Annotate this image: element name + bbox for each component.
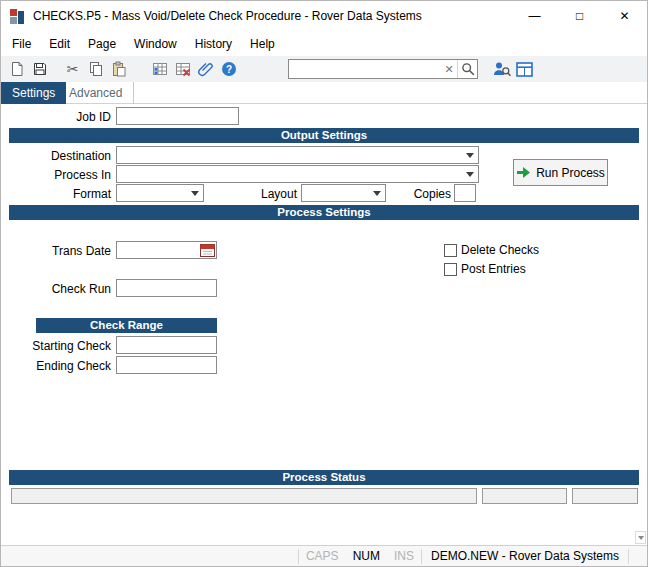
layout-label: Layout: [231, 185, 297, 203]
help-icon: ?: [221, 61, 237, 77]
minimize-button[interactable]: —: [512, 1, 557, 31]
save-icon: [32, 61, 48, 77]
user-lookup-button[interactable]: [490, 58, 513, 80]
grid-view-button[interactable]: [513, 58, 536, 80]
menu-edit[interactable]: Edit: [40, 33, 79, 55]
copies-label: Copies: [396, 185, 451, 203]
process-status-header: Process Status: [9, 470, 639, 485]
checkbox-box: [444, 263, 457, 276]
destination-label: Destination: [1, 147, 111, 165]
check-run-label: Check Run: [1, 280, 111, 298]
check-range-header: Check Range: [36, 318, 217, 333]
delete-checks-checkbox[interactable]: Delete Checks: [444, 243, 539, 257]
copies-input[interactable]: [454, 184, 476, 202]
grid-delete-icon: [175, 61, 191, 77]
svg-text:?: ?: [225, 64, 231, 75]
starting-check-input[interactable]: [116, 336, 217, 354]
tab-settings[interactable]: Settings: [1, 82, 66, 104]
run-process-label: Run Process: [536, 166, 605, 180]
status-segment-main: [11, 488, 477, 504]
format-label: Format: [1, 185, 111, 203]
process-settings-header: Process Settings: [9, 205, 639, 220]
menu-page[interactable]: Page: [79, 33, 125, 55]
ending-check-label: Ending Check: [1, 357, 111, 375]
grid-insert-button[interactable]: [148, 58, 171, 80]
caps-indicator: CAPS: [299, 549, 346, 563]
search-icon: [461, 62, 475, 76]
chevron-down-icon: [462, 166, 478, 182]
paperclip-icon: [198, 61, 214, 77]
trans-date-input[interactable]: [117, 242, 197, 258]
run-process-button[interactable]: Run Process: [513, 159, 608, 186]
toolbar-search-input[interactable]: [289, 61, 441, 77]
post-entries-label: Post Entries: [461, 263, 526, 276]
window-controls: — □ ✕: [512, 1, 647, 31]
search-clear-icon[interactable]: ✕: [441, 63, 457, 76]
tab-strip: Settings Advanced: [1, 82, 647, 104]
menu-file[interactable]: File: [3, 33, 40, 55]
cut-button[interactable]: ✂: [61, 58, 84, 80]
session-context: DEMO.NEW - Rover Data Systems: [422, 549, 628, 563]
menu-bar: File Edit Page Window History Help: [1, 31, 647, 56]
ending-check-input[interactable]: [116, 356, 217, 374]
process-in-select[interactable]: [116, 165, 479, 183]
copy-icon: [88, 61, 104, 77]
app-window: CHECKS.P5 - Mass Void/Delete Check Proce…: [0, 0, 648, 567]
tab-advanced[interactable]: Advanced: [58, 82, 134, 104]
statusbar-corner: [629, 546, 647, 566]
trans-date-field: [116, 241, 217, 259]
toolbar: ✂ ? ✕: [1, 56, 647, 82]
copy-button[interactable]: [84, 58, 107, 80]
chevron-down-icon: [187, 185, 203, 201]
new-document-icon: [9, 61, 25, 77]
checkbox-box: [444, 244, 457, 257]
post-entries-checkbox[interactable]: Post Entries: [444, 262, 526, 276]
destination-select[interactable]: [116, 146, 479, 164]
cut-icon: ✂: [67, 62, 79, 76]
menu-history[interactable]: History: [186, 33, 241, 55]
check-run-input[interactable]: [116, 279, 217, 297]
attachment-button[interactable]: [194, 58, 217, 80]
window-title: CHECKS.P5 - Mass Void/Delete Check Proce…: [33, 9, 422, 23]
delete-checks-label: Delete Checks: [461, 244, 539, 257]
run-arrow-icon: [516, 166, 531, 179]
status-bar: CAPS NUM INS DEMO.NEW - Rover Data Syste…: [1, 545, 647, 566]
new-document-button[interactable]: [5, 58, 28, 80]
status-segment-right: [572, 488, 638, 504]
format-select[interactable]: [116, 184, 204, 202]
scroll-down-arrow[interactable]: [635, 531, 646, 544]
menu-window[interactable]: Window: [125, 33, 186, 55]
title-bar: CHECKS.P5 - Mass Void/Delete Check Proce…: [1, 1, 647, 31]
maximize-button[interactable]: □: [557, 1, 602, 31]
output-settings-header: Output Settings: [9, 128, 639, 143]
ins-indicator: INS: [387, 549, 421, 563]
toolbar-search-box: ✕: [288, 59, 478, 79]
process-in-label: Process In: [1, 166, 111, 184]
grid-insert-icon: [152, 61, 168, 77]
chevron-down-icon: [462, 147, 478, 163]
job-id-label: Job ID: [1, 108, 111, 126]
calendar-button[interactable]: [200, 243, 215, 257]
app-icon: [10, 9, 25, 24]
menu-help[interactable]: Help: [241, 33, 284, 55]
calendar-icon: [200, 243, 215, 257]
paste-button[interactable]: [107, 58, 130, 80]
starting-check-label: Starting Check: [1, 337, 111, 355]
close-button[interactable]: ✕: [602, 1, 647, 31]
save-button[interactable]: [28, 58, 51, 80]
search-submit-button[interactable]: [457, 60, 477, 78]
status-segment-mid: [482, 488, 567, 504]
user-search-icon: [492, 61, 511, 77]
job-id-input[interactable]: [116, 107, 239, 125]
chevron-down-icon: [369, 185, 385, 201]
form-area: Job ID Output Settings Destination Proce…: [1, 105, 647, 545]
paste-icon: [111, 61, 127, 77]
table-icon: [516, 62, 533, 77]
num-indicator: NUM: [346, 549, 387, 563]
help-button[interactable]: ?: [217, 58, 240, 80]
grid-delete-button[interactable]: [171, 58, 194, 80]
layout-select[interactable]: [301, 184, 386, 202]
trans-date-label: Trans Date: [1, 242, 111, 260]
